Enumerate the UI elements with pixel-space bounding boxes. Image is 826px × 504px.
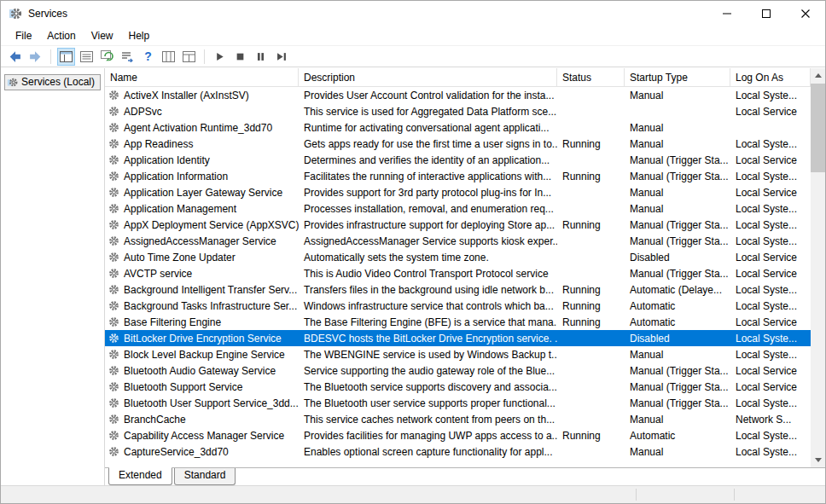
maximize-button[interactable] [747,1,786,26]
list-view-button[interactable] [78,48,96,66]
minimize-button[interactable] [707,1,747,26]
service-gear-icon [108,300,119,311]
menu-action[interactable]: Action [39,28,83,43]
service-name-cell: CaptureService_3dd70 [124,446,229,458]
service-row[interactable]: Application Information Facilitates the … [105,168,811,184]
column-header-description[interactable]: Description [299,68,557,86]
menu-file[interactable]: File [8,28,39,43]
refresh-button[interactable] [98,48,116,66]
service-log-on-as-cell: Local Syste... [730,443,811,460]
service-row[interactable]: Application Management Processes install… [105,200,811,217]
service-log-on-as-cell: Local Service [730,265,811,281]
restart-service-button[interactable] [272,48,290,66]
service-row[interactable]: BranchCache This service caches network … [105,411,811,427]
service-description-cell: Windows infrastructure service that cont… [299,298,557,314]
status-bar-divider [734,489,735,501]
forward-button[interactable] [26,48,44,66]
service-startup-type-cell: Manual [625,411,730,427]
scrollbar-thumb[interactable] [811,84,825,172]
start-service-button[interactable] [211,48,229,66]
service-row[interactable]: Application Layer Gateway Service Provid… [105,184,811,200]
service-startup-type-cell: Manual [625,346,730,362]
service-description-cell: Facilitates the running of interactive a… [299,168,557,184]
service-row[interactable]: Bluetooth Support Service The Bluetooth … [105,379,811,395]
service-row[interactable]: App Readiness Gets apps ready for use th… [105,136,811,152]
back-button[interactable] [6,48,24,66]
scroll-up-button[interactable] [811,68,825,83]
service-status-cell [557,87,625,103]
service-row[interactable]: Capability Access Manager Service Provid… [105,427,811,443]
service-log-on-as-cell: Local Syste... [730,427,811,443]
service-row[interactable]: Background Intelligent Transfer Serv... … [105,281,811,298]
scroll-down-button[interactable] [811,453,825,467]
service-name-cell: Application Identity [124,154,210,166]
service-name-cell: Bluetooth Support Service [124,381,242,393]
service-row[interactable]: Bluetooth User Support Service_3dd... Th… [105,395,811,411]
service-status-cell: Running [557,314,625,330]
service-row[interactable]: ADPSvc This service is used for Aggregat… [105,103,811,119]
pause-service-button[interactable] [252,48,270,66]
service-startup-type-cell: Manual (Trigger Sta... [625,217,730,233]
service-gear-icon [108,122,119,133]
menu-help[interactable]: Help [121,28,158,43]
column-header-startup-type[interactable]: Startup Type [625,68,730,86]
service-gear-icon [108,171,119,182]
column-header-status[interactable]: Status [557,68,625,86]
service-status-cell [557,184,625,200]
stop-service-button[interactable] [231,48,249,66]
service-gear-icon [108,430,119,441]
service-row[interactable]: Block Level Backup Engine Service The WB… [105,346,811,362]
service-description-cell: Gets apps ready for use the first time a… [299,136,557,152]
service-row[interactable]: Bluetooth Audio Gateway Service Service … [105,362,811,379]
service-name-cell: Auto Time Zone Updater [124,252,236,264]
service-row[interactable]: Application Identity Determines and veri… [105,152,811,168]
service-gear-icon [108,187,119,198]
list-header: Name Description Status Startup Type Log… [105,68,811,87]
service-row[interactable]: AssignedAccessManager Service AssignedAc… [105,233,811,249]
service-log-on-as-cell: Local Syste... [730,330,811,346]
service-row[interactable]: AVCTP service This is Audio Video Contro… [105,265,811,281]
menu-view[interactable]: View [84,28,121,43]
export-list-button[interactable] [119,48,137,66]
service-gear-icon [108,106,119,117]
service-row[interactable]: Base Filtering Engine The Base Filtering… [105,314,811,330]
services-list-pane: Name Description Status Startup Type Log… [105,68,825,485]
service-log-on-as-cell: Local Syste... [730,217,811,233]
service-row[interactable]: Background Tasks Infrastructure Ser... W… [105,298,811,314]
service-description-cell: This service caches network content from… [299,411,557,427]
titlebar: Services [1,1,825,26]
column-header-log-on-as[interactable]: Log On As [730,68,811,86]
service-row[interactable]: ActiveX Installer (AxInstSV) Provides Us… [105,87,811,103]
service-status-cell [557,379,625,395]
service-log-on-as-cell: Local Syste... [730,233,811,249]
service-status-cell [557,103,625,119]
service-description-cell: AssignedAccessManager Service supports k… [299,233,557,249]
service-status-cell [557,249,625,265]
service-log-on-as-cell: Local Syste... [730,281,811,298]
service-row[interactable]: Auto Time Zone Updater Automatically set… [105,249,811,265]
tab-extended[interactable]: Extended [108,467,172,485]
column-header-name[interactable]: Name [105,68,299,86]
help-button[interactable]: ? [139,48,157,66]
service-row[interactable]: Agent Activation Runtime_3dd70 Runtime f… [105,119,811,136]
chevron-up-icon [815,73,822,78]
service-name-cell: BranchCache [124,414,186,426]
close-button[interactable] [786,1,825,26]
service-startup-type-cell: Manual [625,136,730,152]
service-status-cell [557,443,625,460]
view-table-button[interactable] [180,48,198,66]
service-name-cell: BitLocker Drive Encryption Service [124,333,282,345]
service-description-cell: This service is used for Aggregated Data… [299,103,557,119]
vertical-scrollbar[interactable] [811,68,825,467]
service-gear-icon [108,268,119,279]
service-log-on-as-cell: Local Service [730,362,811,379]
sidebar-item-services-local[interactable]: Services (Local) [4,74,101,90]
tab-standard[interactable]: Standard [174,468,236,485]
service-row[interactable]: BitLocker Drive Encryption Service BDESV… [105,330,811,346]
service-row[interactable]: CaptureService_3dd70 Enables optional sc… [105,443,811,460]
service-row[interactable]: AppX Deployment Service (AppXSVC) Provid… [105,217,811,233]
view-columns-button[interactable] [160,48,177,66]
show-console-tree-button[interactable] [57,48,75,66]
service-status-cell [557,200,625,217]
service-description-cell: Provides User Account Control validation… [299,87,557,103]
